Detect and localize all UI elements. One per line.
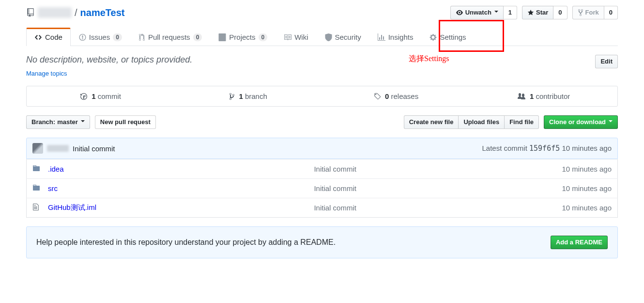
latest-commit-message[interactable]: Initial commit: [73, 144, 115, 153]
pulls-count: 0: [193, 33, 202, 41]
star-button[interactable]: Star: [522, 6, 553, 19]
tab-settings[interactable]: Settings: [421, 28, 474, 46]
readme-prompt-text: Help people interested in this repositor…: [36, 238, 336, 247]
gear-icon: [429, 33, 437, 41]
code-icon: [34, 33, 42, 41]
tab-code[interactable]: Code: [26, 28, 71, 46]
table-row: srcInitial commit10 minutes ago: [27, 179, 618, 198]
fork-button: Fork: [572, 6, 604, 19]
graph-icon: [378, 33, 385, 41]
projects-count: 0: [259, 33, 268, 41]
unwatch-button[interactable]: Unwatch: [450, 6, 504, 19]
upload-files-button[interactable]: Upload files: [458, 115, 504, 129]
create-file-button[interactable]: Create new file: [404, 115, 459, 129]
tab-issues[interactable]: Issues 0: [71, 28, 130, 46]
fork-count[interactable]: 0: [604, 6, 618, 19]
separator: /: [75, 7, 77, 18]
stat-branches[interactable]: 1 branch: [174, 86, 322, 106]
tab-insights[interactable]: Insights: [369, 28, 422, 46]
new-pull-request-button[interactable]: New pull request: [95, 115, 156, 129]
table-row: .ideaInitial commit10 minutes ago: [27, 159, 618, 179]
folder-icon: [27, 179, 43, 198]
file-age: 10 minutes ago: [453, 159, 617, 179]
stat-commits[interactable]: 1 commit: [27, 86, 174, 106]
file-list: .ideaInitial commit10 minutes agosrcInit…: [26, 159, 618, 218]
file-age: 10 minutes ago: [453, 179, 617, 198]
fork-icon: [578, 9, 583, 16]
project-icon: [218, 33, 226, 41]
stat-releases[interactable]: 0 releases: [322, 86, 470, 106]
tab-pull-requests[interactable]: Pull requests 0: [130, 28, 210, 46]
watch-count[interactable]: 1: [504, 6, 517, 19]
repo-title: / nameTest: [26, 7, 124, 18]
folder-icon: [27, 159, 43, 179]
latest-commit-info: Latest commit 159f6f5 10 minutes ago: [482, 144, 612, 153]
file-commit-message[interactable]: Initial commit: [308, 198, 453, 218]
issues-count: 0: [113, 33, 122, 41]
file-icon: [27, 198, 43, 218]
file-commit-message[interactable]: Initial commit: [308, 159, 453, 179]
owner-name-redacted: [38, 7, 72, 18]
book-icon: [284, 33, 291, 41]
manage-topics-link[interactable]: Manage topics: [26, 70, 67, 77]
repo-name-link[interactable]: nameTest: [80, 7, 125, 18]
edit-button[interactable]: Edit: [595, 55, 618, 68]
people-icon: [517, 93, 526, 100]
branch-select-button[interactable]: Branch: master: [26, 115, 90, 129]
author-name-redacted: [47, 145, 69, 152]
tab-wiki[interactable]: Wiki: [276, 28, 316, 46]
file-link[interactable]: src: [48, 184, 58, 192]
shield-icon: [325, 33, 332, 41]
commit-sha[interactable]: 159f6f5: [529, 144, 560, 153]
repo-icon: [26, 8, 35, 17]
add-readme-button[interactable]: Add a README: [551, 236, 608, 249]
tag-icon: [373, 93, 381, 100]
file-link[interactable]: GitHub测试.iml: [48, 203, 96, 211]
avatar[interactable]: [32, 143, 43, 154]
star-count[interactable]: 0: [553, 6, 567, 19]
file-commit-message[interactable]: Initial commit: [308, 179, 453, 198]
repo-description: No description, website, or topics provi…: [26, 55, 192, 65]
tab-projects[interactable]: Projects 0: [210, 28, 276, 46]
annotation-text: 选择Settings: [409, 54, 449, 64]
file-link[interactable]: .idea: [48, 165, 64, 173]
clone-download-button[interactable]: Clone or download: [544, 115, 618, 129]
star-icon: [527, 9, 534, 16]
pull-request-icon: [138, 33, 145, 41]
stat-contributors[interactable]: 1 contributor: [470, 86, 617, 106]
eye-icon: [456, 9, 463, 16]
history-icon: [80, 93, 88, 100]
find-file-button[interactable]: Find file: [504, 115, 539, 129]
issue-icon: [79, 33, 86, 41]
file-age: 10 minutes ago: [453, 198, 617, 218]
branch-icon: [229, 93, 235, 100]
repo-nav: Code Issues 0 Pull requests 0 Projects 0…: [26, 27, 618, 46]
table-row: GitHub测试.imlInitial commit10 minutes ago: [27, 198, 618, 218]
tab-security[interactable]: Security: [317, 28, 369, 46]
